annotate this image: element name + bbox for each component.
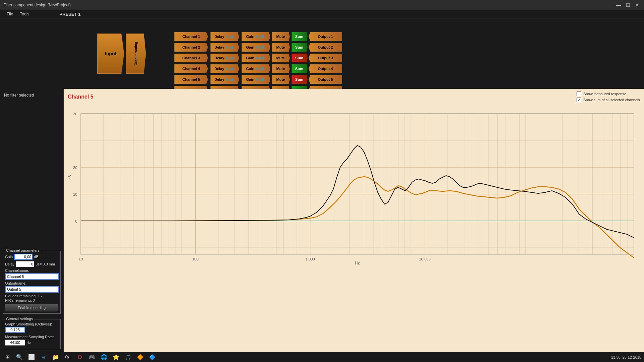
svg-text:100: 100 [192, 257, 199, 261]
frequency-chart: 30 20 10 0 dB 10 100 1.000 10.000 Hz [64, 104, 644, 352]
channel-name-4[interactable]: Channel 4 [174, 64, 208, 73]
channel-mute-2[interactable]: Mute [271, 43, 290, 52]
input-block[interactable]: Input [97, 34, 124, 74]
minimize-button[interactable]: — [615, 2, 622, 8]
folder-icon[interactable]: 📁 [51, 353, 60, 362]
search-icon[interactable]: 🔍 [15, 353, 24, 362]
channel-sum-2[interactable]: Sum [291, 43, 308, 52]
channel-name-3[interactable]: Channel 3 [174, 54, 208, 62]
delay-input[interactable] [16, 261, 34, 267]
delay-unit: us= 0,0 mm [36, 262, 55, 266]
gain-input[interactable] [14, 254, 33, 260]
date-display: 28-12-2015 [623, 355, 641, 359]
channel-delay-4[interactable]: Delay 0 us [209, 64, 239, 73]
menu-tools[interactable]: Tools [16, 11, 33, 17]
channel-output-2[interactable]: Output 2 [309, 43, 342, 52]
smoothing-input[interactable] [5, 327, 25, 333]
close-button[interactable]: ✕ [634, 2, 641, 8]
chart-svg: 30 20 10 0 dB 10 100 1.000 10.000 Hz [67, 104, 641, 264]
office-icon[interactable]: O [75, 353, 85, 362]
channel-gain-3[interactable]: Gain 0 dB [240, 54, 270, 62]
preset-label: PRESET 1 [59, 12, 80, 17]
outputname-input[interactable] [5, 286, 59, 293]
channel-mute-1[interactable]: Mute [271, 32, 290, 41]
delay-label: Delay [5, 262, 14, 266]
edge-icon[interactable]: e [39, 353, 48, 362]
app1-icon[interactable]: 🎮 [87, 353, 97, 362]
channelname-input[interactable] [5, 273, 59, 280]
menubar: File Tools PRESET 1 [0, 10, 644, 18]
show-sum-label: Show sum of all selected channels [583, 98, 640, 102]
svg-rect-0 [67, 104, 641, 264]
channel-sum-1[interactable]: Sum [291, 32, 308, 41]
svg-text:dB: dB [68, 175, 72, 179]
app-title: Filter component design (NewProject) [3, 3, 71, 7]
show-measured-option[interactable]: Show measured response [577, 92, 640, 96]
enable-recording-button[interactable]: Enable recording [5, 304, 58, 311]
titlebar: Filter component design (NewProject) — ☐… [0, 0, 644, 10]
channel-output-3[interactable]: Output 3 [309, 54, 342, 62]
svg-text:10.000: 10.000 [419, 257, 431, 261]
channel-params-title: Channel parameters [5, 248, 41, 252]
channel-delay-1[interactable]: Delay 0 us [209, 32, 239, 41]
sampling-unit: Hz [26, 341, 31, 345]
show-measured-checkbox[interactable] [577, 92, 581, 96]
channel-row-3: Channel 3 Delay 0 us Gain 0 dB Mute Sum … [174, 53, 342, 63]
outputname-label: Outputname: [5, 281, 58, 285]
chart-area: Channel 5 Show measured response Show su… [64, 89, 644, 352]
menu-file[interactable]: File [3, 11, 16, 17]
taskbar-right: 11:50 28-12-2015 [611, 355, 641, 359]
app4-icon[interactable]: 🎵 [123, 353, 133, 362]
window-controls: — ☐ ✕ [615, 2, 641, 8]
gain-row: Gain dB [5, 254, 58, 260]
app2-icon[interactable]: 🌐 [99, 353, 109, 362]
svg-text:0: 0 [75, 219, 77, 223]
app3-icon[interactable]: ⭐ [111, 353, 121, 362]
channel-delay-2[interactable]: Delay 0 us [209, 43, 239, 52]
routing-block[interactable]: Output routing [126, 34, 146, 74]
channel-mute-4[interactable]: Mute [271, 64, 290, 73]
svg-text:10: 10 [78, 257, 83, 261]
show-sum-checkbox[interactable] [577, 98, 581, 102]
channel-gain-4[interactable]: Gain 0 dB [240, 64, 270, 73]
store-icon[interactable]: 🛍 [63, 353, 72, 362]
channel-gain-5[interactable]: Gain 0 dB [240, 75, 270, 84]
channel-output-4[interactable]: Output 4 [309, 64, 342, 73]
channel-gain-2[interactable]: Gain 0 dB [240, 43, 270, 52]
channel-name-2[interactable]: Channel 2 [174, 43, 208, 52]
channels-area: Channel 1 Delay 0 us Gain 0 dB Mute Sum … [174, 32, 342, 95]
signal-chain: Input Output routing Channel 1 Delay 0 u… [0, 18, 644, 89]
no-filter-text: No filter selected [3, 92, 61, 99]
main-content: No filter selected Channel parameters Ga… [0, 89, 644, 352]
channel-mute-5[interactable]: Mute [271, 75, 290, 84]
sampling-input[interactable] [5, 340, 25, 346]
channel-mute-3[interactable]: Mute [271, 54, 290, 62]
channel-output-1[interactable]: Output 1 [309, 32, 342, 41]
chart-header: Channel 5 Show measured response Show su… [64, 89, 644, 104]
channel-name-5[interactable]: Channel 5 [174, 75, 208, 84]
channel-delay-3[interactable]: Delay 0 us [209, 54, 239, 62]
time-display: 11:50 [611, 355, 621, 359]
channel-row-1: Channel 1 Delay 0 us Gain 0 dB Mute Sum … [174, 32, 342, 41]
input-label: Input [105, 51, 116, 56]
taskbar-left: ⊞ 🔍 ⬜ e 📁 🛍 O 🎮 🌐 ⭐ 🎵 🔶 🔷 [3, 353, 157, 362]
channel-output-5[interactable]: Output 5 [309, 75, 342, 84]
show-sum-option[interactable]: Show sum of all selected channels [577, 98, 640, 102]
channel-delay-5[interactable]: Delay 0 us [209, 75, 239, 84]
channel-sum-4[interactable]: Sum [291, 64, 308, 73]
sampling-label: Measurement Sampling Rate: [5, 335, 58, 339]
channelname-label: Channelname: [5, 268, 58, 273]
channel-name-1[interactable]: Channel 1 [174, 32, 208, 41]
channel-gain-1[interactable]: Gain 0 dB [240, 32, 270, 41]
start-icon[interactable]: ⊞ [3, 353, 12, 362]
svg-text:30: 30 [73, 112, 77, 116]
maximize-button[interactable]: ☐ [625, 2, 631, 8]
channel-sum-5[interactable]: Sum [291, 75, 308, 84]
channel-sum-3[interactable]: Sum [291, 54, 308, 62]
svg-text:1.000: 1.000 [306, 257, 315, 261]
chart-title: Channel 5 [68, 94, 93, 100]
channel-row-4: Channel 4 Delay 0 us Gain 0 dB Mute Sum … [174, 64, 342, 73]
taskview-icon[interactable]: ⬜ [27, 353, 36, 362]
app6-icon[interactable]: 🔷 [148, 353, 157, 362]
app5-icon[interactable]: 🔶 [136, 353, 145, 362]
